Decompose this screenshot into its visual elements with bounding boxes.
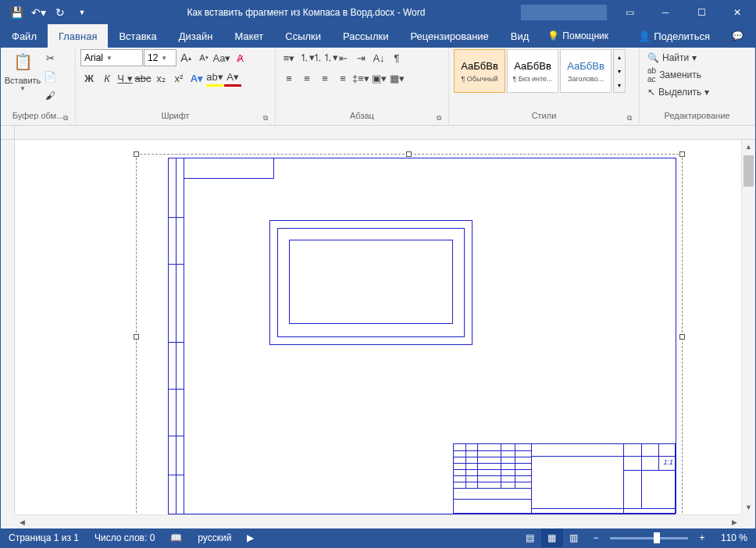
- line-spacing-icon[interactable]: ‡≡▾: [352, 69, 369, 87]
- status-wordcount[interactable]: Число слов: 0: [87, 532, 162, 543]
- tab-design[interactable]: Дизайн: [168, 24, 224, 48]
- ruler-horizontal[interactable]: [15, 126, 741, 140]
- clear-format-icon[interactable]: A̷: [231, 49, 248, 66]
- strikethrough-button[interactable]: abc: [134, 69, 152, 87]
- shading-icon[interactable]: ▣▾: [370, 69, 387, 87]
- find-button[interactable]: 🔍 Найти ▾: [644, 51, 712, 65]
- scrollbar-horizontal[interactable]: ◀ ▶: [15, 514, 741, 528]
- redo-icon[interactable]: ↻: [51, 3, 70, 22]
- undo-icon[interactable]: ↶▾: [29, 3, 48, 22]
- tab-home[interactable]: Главная: [48, 24, 108, 48]
- bold-button[interactable]: Ж: [80, 69, 98, 87]
- decrease-indent-icon[interactable]: ⇤: [334, 49, 351, 66]
- font-group-label: Шрифт: [161, 111, 189, 120]
- grow-font-icon[interactable]: A▴: [177, 49, 194, 66]
- text-effects-icon[interactable]: A▾: [188, 69, 205, 87]
- sort-icon[interactable]: A↓: [370, 49, 387, 66]
- borders-icon[interactable]: ▦▾: [388, 69, 405, 87]
- align-right-icon[interactable]: ≡: [316, 69, 333, 87]
- font-name-combo[interactable]: Arial▼: [80, 49, 143, 66]
- multilevel-icon[interactable]: ⒈⒈▾: [316, 49, 333, 66]
- select-button[interactable]: ↖ Выделить ▾: [644, 85, 712, 99]
- clipboard-launcher-icon[interactable]: ⧉: [61, 114, 70, 123]
- style-preview-0: АаБбВв: [461, 60, 498, 72]
- font-size-combo[interactable]: 12▼: [144, 49, 177, 66]
- status-macro-icon[interactable]: ▶: [239, 532, 262, 543]
- styles-launcher-icon[interactable]: ⧉: [625, 114, 634, 123]
- format-painter-icon[interactable]: 🖌: [41, 87, 59, 104]
- status-proofing-icon[interactable]: 📖: [162, 532, 190, 543]
- subscript-button[interactable]: x₂: [152, 69, 169, 87]
- view-print-icon[interactable]: ▦: [541, 528, 563, 547]
- tab-insert[interactable]: Вставка: [108, 24, 167, 48]
- ribbon-display-icon[interactable]: ▭: [612, 1, 647, 24]
- qat-more-icon[interactable]: ▼: [73, 3, 91, 22]
- change-case-icon[interactable]: Aa▾: [213, 49, 230, 66]
- tab-review[interactable]: Рецензирование: [399, 24, 499, 48]
- bullets-icon[interactable]: ≡▾: [280, 49, 298, 66]
- style-heading1[interactable]: АаБбВв Заголово...: [560, 49, 612, 93]
- align-center-icon[interactable]: ≡: [298, 69, 316, 87]
- close-icon[interactable]: ✕: [719, 1, 755, 24]
- document-area[interactable]: 1:1: [15, 140, 741, 514]
- para-launcher-icon[interactable]: ⧉: [434, 114, 444, 123]
- styles-down-icon[interactable]: ▾: [614, 64, 625, 78]
- styles-up-icon[interactable]: ▴: [614, 50, 625, 64]
- scrollbar-vertical[interactable]: ▲ ▼: [741, 140, 755, 514]
- scroll-thumb-v[interactable]: [744, 155, 754, 187]
- replace-button[interactable]: abac Заменить: [644, 65, 712, 85]
- view-web-icon[interactable]: ▥: [563, 528, 585, 547]
- italic-button[interactable]: К: [98, 69, 116, 87]
- maximize-icon[interactable]: ☐: [683, 1, 719, 24]
- tab-file[interactable]: Файл: [1, 24, 48, 48]
- paste-label: Вставить: [5, 76, 41, 85]
- tab-mailings[interactable]: Рассылки: [332, 24, 399, 48]
- ruler-vertical[interactable]: [1, 140, 15, 514]
- cut-icon[interactable]: ✂: [41, 49, 59, 66]
- highlight-icon[interactable]: ab▾: [206, 69, 223, 87]
- scroll-left-icon[interactable]: ◀: [15, 515, 29, 528]
- status-language[interactable]: русский: [190, 532, 239, 543]
- selected-object-frame[interactable]: 1:1: [136, 154, 683, 514]
- ribbon-tabs: Файл Главная Вставка Дизайн Макет Ссылки…: [1, 24, 755, 48]
- tab-view[interactable]: Вид: [500, 24, 540, 48]
- align-justify-icon[interactable]: ≡: [334, 69, 351, 87]
- zoom-out-icon[interactable]: −: [585, 528, 607, 547]
- status-bar: Страница 1 из 1 Число слов: 0 📖 русский …: [1, 528, 755, 547]
- para-group-label: Абзац: [350, 111, 374, 120]
- increase-indent-icon[interactable]: ⇥: [352, 49, 369, 66]
- style-nospacing[interactable]: АаБбВв ¶ Без инте...: [507, 49, 558, 93]
- font-launcher-icon[interactable]: ⧉: [261, 114, 270, 123]
- style-name-2: Заголово...: [568, 75, 604, 83]
- copy-icon[interactable]: 📄: [41, 68, 59, 85]
- superscript-button[interactable]: x²: [170, 69, 187, 87]
- align-left-icon[interactable]: ≡: [280, 69, 298, 87]
- tell-me[interactable]: 💡 Помощник: [540, 24, 616, 48]
- status-page[interactable]: Страница 1 из 1: [1, 532, 87, 543]
- zoom-in-icon[interactable]: +: [691, 528, 713, 547]
- styles-more[interactable]: ▴ ▾ ▾: [613, 49, 626, 93]
- editing-group-label: Редактирование: [665, 111, 730, 120]
- share-button[interactable]: 👤 Поделиться: [629, 24, 719, 48]
- account-placeholder[interactable]: [521, 5, 607, 20]
- scroll-right-icon[interactable]: ▶: [727, 515, 741, 528]
- show-marks-icon[interactable]: ¶: [388, 49, 405, 66]
- zoom-value[interactable]: 110 %: [713, 532, 755, 543]
- comments-icon[interactable]: 💬: [719, 24, 755, 48]
- underline-button[interactable]: Ч ▾: [116, 69, 134, 87]
- style-normal[interactable]: АаБбВв ¶ Обычный: [454, 49, 505, 93]
- view-read-icon[interactable]: ▤: [519, 528, 541, 547]
- tab-references[interactable]: Ссылки: [274, 24, 332, 48]
- zoom-slider[interactable]: [610, 537, 688, 539]
- styles-group-label: Стили: [532, 111, 557, 120]
- paste-button[interactable]: 📋 Вставить ▼: [5, 49, 40, 92]
- scroll-down-icon[interactable]: ▼: [742, 500, 755, 514]
- shrink-font-icon[interactable]: A▾: [195, 49, 212, 66]
- font-color-icon[interactable]: A▾: [224, 69, 241, 87]
- styles-expand-icon[interactable]: ▾: [614, 78, 625, 92]
- save-icon[interactable]: 💾: [7, 3, 26, 22]
- zoom-slider-thumb[interactable]: [654, 532, 660, 543]
- tab-layout[interactable]: Макет: [223, 24, 274, 48]
- minimize-icon[interactable]: ─: [647, 1, 683, 24]
- scroll-up-icon[interactable]: ▲: [742, 140, 755, 154]
